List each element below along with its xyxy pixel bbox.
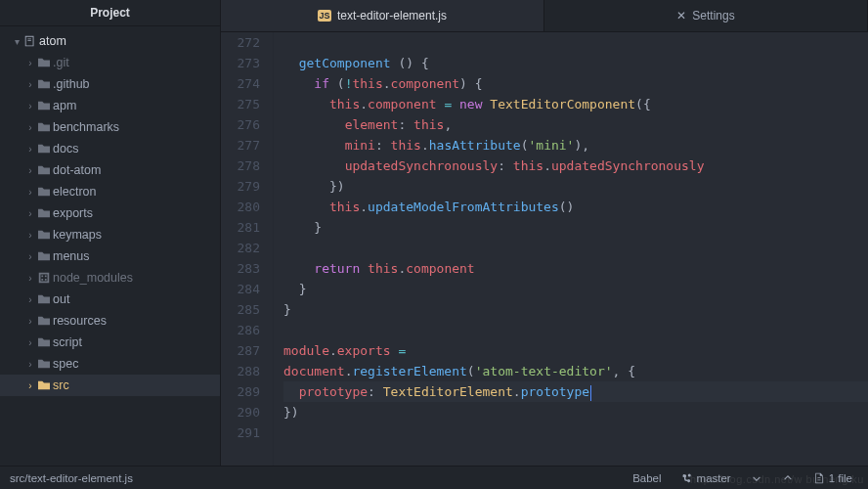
- gutter-line: 279: [221, 176, 260, 197]
- status-bar: src/text-editor-element.js Babel master …: [0, 466, 868, 489]
- tab-file-label: text-editor-element.js: [337, 9, 447, 22]
- arrow-down-icon: [751, 472, 762, 484]
- folder-icon: [35, 358, 53, 370]
- tree-item-docs[interactable]: ›docs: [0, 138, 220, 159]
- folder-icon: [35, 121, 53, 133]
- chevron-right-icon: ›: [25, 58, 35, 68]
- file-tree[interactable]: ▾atom›.git›.github›apm›benchmarks›docs›d…: [0, 26, 220, 466]
- code-line[interactable]: document.registerElement('atom-text-edit…: [283, 361, 868, 381]
- main-area: Project ▾atom›.git›.github›apm›benchmark…: [0, 0, 868, 466]
- code-line[interactable]: [283, 422, 868, 443]
- code-line[interactable]: this.component = new TextEditorComponent…: [283, 94, 868, 114]
- tree-item-resources[interactable]: ›resources: [0, 310, 220, 332]
- tree-item-exports[interactable]: ›exports: [0, 202, 220, 224]
- status-fetch[interactable]: [745, 472, 768, 484]
- status-branch[interactable]: master: [675, 472, 737, 484]
- status-grammar[interactable]: Babel: [627, 472, 667, 484]
- tree-item-label: .git: [53, 56, 69, 69]
- tree-item-label: resources: [53, 314, 107, 328]
- tab-bar: JS text-editor-element.js ✕ Settings: [221, 0, 868, 32]
- status-push[interactable]: [776, 472, 800, 484]
- gutter-line: 287: [221, 340, 260, 361]
- git-branch-icon: [681, 472, 693, 484]
- chevron-right-icon: ›: [25, 380, 35, 391]
- tree-item-out[interactable]: ›out: [0, 289, 220, 310]
- code-line[interactable]: module.exports =: [283, 340, 868, 361]
- module-dim-icon: [35, 271, 53, 285]
- folder-icon: [35, 164, 53, 176]
- tree-item-label: node_modules: [53, 271, 133, 285]
- gutter-line: 274: [221, 73, 260, 94]
- sidebar-title: Project: [0, 0, 220, 26]
- gutter-line: 289: [221, 381, 260, 402]
- code-line[interactable]: this.updateModelFromAttributes(): [283, 197, 868, 217]
- code-line[interactable]: }): [283, 176, 868, 197]
- chevron-right-icon: ›: [25, 187, 35, 198]
- tree-root[interactable]: ▾atom: [0, 30, 220, 52]
- tree-item-src[interactable]: ›src: [0, 375, 220, 396]
- tools-icon: ✕: [676, 9, 686, 22]
- tree-item-spec[interactable]: ›spec: [0, 353, 220, 375]
- tree-item-label: electron: [53, 185, 96, 199]
- folder-icon: [35, 379, 53, 391]
- code-line[interactable]: mini: this.hasAttribute('mini'),: [283, 135, 868, 156]
- tree-item-benchmarks[interactable]: ›benchmarks: [0, 116, 220, 138]
- code-line[interactable]: }: [283, 217, 868, 238]
- chevron-right-icon: ›: [25, 79, 35, 90]
- chevron-right-icon: ›: [25, 316, 35, 327]
- code-line[interactable]: }: [283, 279, 868, 299]
- chevron-right-icon: ›: [25, 122, 35, 133]
- code-area[interactable]: 2722732742752762772782792802812822832842…: [221, 32, 868, 466]
- project-sidebar: Project ▾atom›.git›.github›apm›benchmark…: [0, 0, 221, 466]
- file-diff-icon: [813, 472, 825, 484]
- gutter-line: 272: [221, 32, 260, 53]
- tab-settings[interactable]: ✕ Settings: [544, 0, 868, 31]
- app-window: Project ▾atom›.git›.github›apm›benchmark…: [0, 0, 868, 489]
- chevron-right-icon: ›: [25, 230, 35, 241]
- tree-item-electron[interactable]: ›electron: [0, 181, 220, 202]
- tree-item-label: src: [53, 378, 69, 392]
- code-line[interactable]: [283, 32, 868, 53]
- code-line[interactable]: if (!this.component) {: [283, 73, 868, 94]
- gutter-line: 290: [221, 402, 260, 422]
- tree-item-label: script: [53, 335, 82, 349]
- code-line[interactable]: element: this,: [283, 114, 868, 135]
- chevron-right-icon: ›: [25, 165, 35, 176]
- tree-item--github[interactable]: ›.github: [0, 73, 220, 95]
- tree-item-label: spec: [53, 357, 78, 371]
- code-line[interactable]: }): [283, 402, 868, 422]
- folder-icon: [35, 207, 53, 219]
- code-line[interactable]: return this.component: [283, 258, 868, 279]
- tree-item-node-modules[interactable]: ›node_modules: [0, 267, 220, 289]
- tree-item-menus[interactable]: ›menus: [0, 245, 220, 267]
- tree-item-label: exports: [53, 206, 93, 220]
- tree-item-apm[interactable]: ›apm: [0, 95, 220, 116]
- code-line[interactable]: [283, 320, 868, 340]
- tree-item-label: menus: [53, 249, 90, 263]
- status-changed-files[interactable]: 1 file: [807, 472, 858, 484]
- code-line[interactable]: getComponent () {: [283, 53, 868, 73]
- gutter-line: 278: [221, 156, 260, 176]
- folder-icon: [35, 186, 53, 198]
- folder-icon: [35, 315, 53, 327]
- tree-item-dot-atom[interactable]: ›dot-atom: [0, 159, 220, 181]
- gutter-line: 285: [221, 299, 260, 320]
- gutter-line: 284: [221, 279, 260, 299]
- tab-file[interactable]: JS text-editor-element.js: [221, 0, 544, 31]
- tree-item-script[interactable]: ›script: [0, 332, 220, 353]
- gutter-line: 277: [221, 135, 260, 156]
- code-content[interactable]: getComponent () { if (!this.component) {…: [274, 32, 868, 466]
- code-line[interactable]: [283, 238, 868, 258]
- code-line[interactable]: prototype: TextEditorElement.prototype: [283, 381, 868, 402]
- chevron-right-icon: ›: [25, 359, 35, 370]
- status-path[interactable]: src/text-editor-element.js: [10, 472, 619, 484]
- tree-item-keymaps[interactable]: ›keymaps: [0, 224, 220, 245]
- folder-icon: [35, 143, 53, 155]
- gutter-line: 275: [221, 94, 260, 114]
- folder-icon: [35, 250, 53, 262]
- code-line[interactable]: }: [283, 299, 868, 320]
- code-line[interactable]: updatedSynchronously: this.updatedSynchr…: [283, 156, 868, 176]
- folder-icon: [35, 336, 53, 348]
- tree-item--git[interactable]: ›.git: [0, 52, 220, 73]
- tree-root-label: atom: [39, 34, 66, 48]
